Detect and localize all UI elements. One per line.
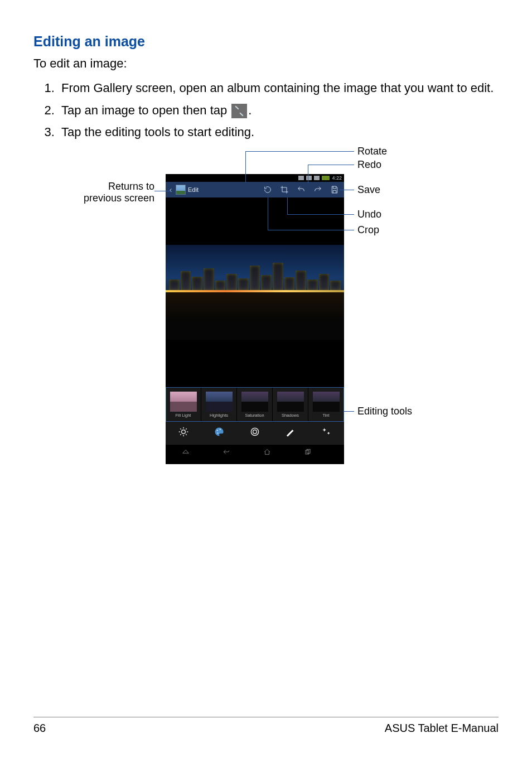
status-time: 4:22 — [332, 175, 342, 181]
save-icon — [330, 185, 339, 194]
tool-tint[interactable]: Tint — [308, 387, 344, 422]
callout-undo: Undo — [357, 209, 381, 220]
nav-home[interactable] — [246, 448, 287, 457]
step-2-text-a: Tap an image to open then tap — [61, 103, 230, 117]
callout-rotate: Rotate — [357, 146, 387, 157]
effects-category[interactable] — [308, 426, 344, 440]
step-3: Tap the editing tools to start editing. — [58, 124, 499, 141]
svg-point-1 — [217, 430, 218, 431]
instruction-list: From Gallery screen, open an album conta… — [33, 80, 499, 141]
fix-category[interactable] — [273, 426, 308, 440]
rotate-button[interactable] — [260, 182, 275, 197]
tool-label: Tint — [322, 413, 329, 418]
signal-icon-2 — [314, 176, 320, 180]
artistic-category[interactable] — [201, 426, 237, 440]
wifi-icon — [298, 176, 304, 180]
step-2: Tap an image to open then tap . — [58, 102, 499, 119]
crop-icon — [280, 185, 289, 194]
annotated-screenshot: 4:22 ‹ Edit — [88, 146, 444, 470]
svg-point-4 — [251, 428, 258, 435]
nav-recent[interactable] — [287, 448, 328, 457]
edit-toolbar: ‹ Edit — [166, 182, 344, 197]
crop-button[interactable] — [277, 182, 292, 197]
gallery-thumb-icon[interactable] — [176, 185, 186, 195]
system-nav-bar — [166, 444, 344, 460]
step-2-text-b: . — [248, 103, 252, 117]
color-category[interactable] — [237, 426, 273, 440]
tablet-screenshot: 4:22 ‹ Edit — [166, 174, 344, 464]
redo-icon — [313, 185, 322, 194]
tool-fill-light[interactable]: Fill Light — [166, 387, 201, 422]
rotate-icon — [263, 185, 272, 194]
svg-rect-6 — [305, 450, 308, 454]
callout-save: Save — [357, 184, 380, 196]
document-title: ASUS Tablet E-Manual — [385, 722, 499, 735]
undo-button[interactable] — [294, 182, 308, 197]
tool-highlights[interactable]: Highlights — [201, 387, 237, 422]
svg-point-0 — [182, 430, 186, 433]
exposure-category[interactable] — [166, 426, 201, 440]
edit-title: Edit — [188, 186, 199, 193]
nav-back[interactable] — [206, 448, 247, 457]
category-icons-row — [166, 422, 344, 444]
redo-button[interactable] — [311, 182, 325, 197]
step-1: From Gallery screen, open an album conta… — [58, 80, 499, 97]
city-skyline-image — [166, 245, 344, 340]
tool-shadows[interactable]: Shadows — [273, 387, 308, 422]
tool-label: Highlights — [210, 413, 228, 418]
callout-redo: Redo — [357, 159, 381, 171]
status-bar: 4:22 — [166, 174, 344, 182]
signal-icon — [306, 176, 312, 180]
battery-icon — [322, 176, 330, 180]
nav-notifications[interactable] — [166, 448, 206, 457]
intro-text: To edit an image: — [33, 56, 499, 71]
edit-magic-icon — [231, 104, 247, 118]
callout-editing-tools: Editing tools — [357, 406, 412, 417]
callout-crop: Crop — [357, 224, 379, 236]
tool-saturation[interactable]: Saturation — [237, 387, 273, 422]
back-chevron-icon[interactable]: ‹ — [168, 185, 173, 194]
svg-point-2 — [220, 428, 221, 430]
editing-tools-row: Fill Light Highlights Saturation Shadows… — [166, 387, 344, 422]
section-heading: Editing an image — [33, 33, 499, 50]
callout-returns: Returns to previous screen — [82, 181, 154, 204]
page-footer: 66 ASUS Tablet E-Manual — [33, 717, 499, 735]
image-canvas[interactable] — [166, 197, 344, 387]
tool-label: Saturation — [245, 413, 264, 418]
svg-point-3 — [217, 432, 219, 433]
page-number: 66 — [33, 722, 46, 735]
svg-point-5 — [253, 430, 257, 433]
svg-rect-7 — [307, 449, 310, 453]
undo-icon — [297, 185, 306, 194]
tool-label: Fill Light — [176, 413, 191, 418]
tool-label: Shadows — [282, 413, 299, 418]
